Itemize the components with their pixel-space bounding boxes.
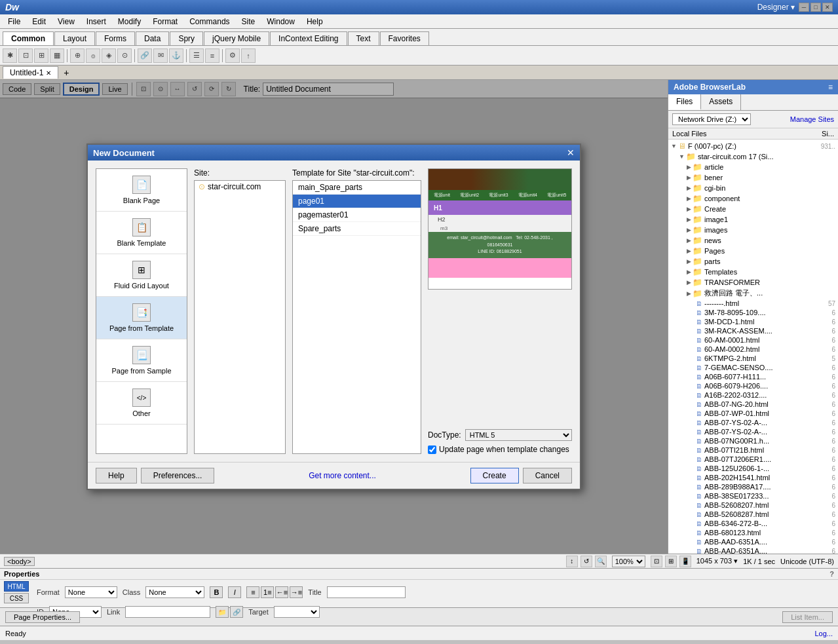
template-main-spare-parts[interactable]: main_Spare_parts (293, 181, 421, 195)
file-abb-aad-2[interactable]: 🗎 ABB-AAD-6351A.... 6 (668, 546, 838, 554)
images-expand-icon[interactable]: ▶ (687, 227, 691, 233)
menu-view[interactable]: View (52, 16, 80, 28)
file-abb-tj206[interactable]: 🗎 ABB-07TJ206ER1.... 6 (668, 455, 838, 464)
manage-sites-link[interactable]: Manage Sites (790, 115, 834, 123)
dialog-close-button[interactable]: ✕ (567, 147, 575, 158)
folder-kyusai[interactable]: ▶ 📁 救濟回路 電子、... (668, 288, 838, 299)
category-blank-page[interactable]: 📄 Blank Page (96, 169, 187, 212)
file-abb-aad-1[interactable]: 🗎 ABB-AAD-6351A.... 6 (668, 537, 838, 546)
tab-data[interactable]: Data (136, 31, 169, 45)
folder-news[interactable]: ▶ 📁 news (668, 235, 838, 246)
file-a06b-6077[interactable]: 🗎 A06B-6077-H111... 6 (668, 372, 838, 381)
file-6ktmpg[interactable]: 🗎 6KTMPG-2.html 5 (668, 354, 838, 363)
file-abb-38se[interactable]: 🗎 ABB-38SE017233... 6 (668, 491, 838, 501)
file-a06b-6079[interactable]: 🗎 A06B-6079-H206.... 6 (668, 381, 838, 390)
file-abb-ti21b[interactable]: 🗎 ABB-07TI21B.html 6 (668, 445, 838, 455)
dimensions-label[interactable]: 1045 x 703 ▾ (696, 557, 738, 565)
icon-tool-3[interactable]: ⊞ (34, 48, 48, 63)
site-item-star-circuit[interactable]: ⊙ star-circuit.com (195, 181, 285, 193)
menu-format[interactable]: Format (147, 16, 183, 28)
doctype-select[interactable]: HTML 5 HTML 4.01 Transitional XHTML 1.0 … (465, 429, 572, 441)
parts-expand-icon[interactable]: ▶ (687, 258, 691, 265)
file-abb-202h1541[interactable]: 🗎 ABB-202H1541.html 6 (668, 473, 838, 482)
category-blank-template[interactable]: 📋 Blank Template (96, 212, 187, 254)
file-3m-dcd[interactable]: 🗎 3M-DCD-1.html 6 (668, 317, 838, 326)
zoom-select[interactable]: 100% 75% 150% (612, 556, 645, 567)
file-abb-289b[interactable]: 🗎 ABB-289B988A17.... 6 (668, 482, 838, 491)
file-root-drive[interactable]: ▼ 🖥 F (\007-pc) (Z:) 931.. (668, 141, 838, 151)
icon-tool-6[interactable]: ⌾ (86, 48, 100, 63)
icon-tool-9[interactable]: 🔗 (138, 48, 152, 63)
log-link[interactable]: Log... (814, 630, 833, 637)
folder-bener[interactable]: ▶ 📁 bener (668, 172, 838, 183)
file-abb-52608207[interactable]: 🗎 ABB-52608207.html 6 (668, 501, 838, 510)
file-abb-680123[interactable]: 🗎 ABB-680123.html 6 (668, 528, 838, 537)
ordered-list-button[interactable]: 1≡ (261, 586, 274, 598)
folder-transformer[interactable]: ▶ 📁 TRANSFORMER (668, 277, 838, 288)
tab-favorites[interactable]: Favorites (380, 31, 429, 45)
preferences-button[interactable]: Preferences... (141, 468, 215, 483)
icon-tool-8[interactable]: ⊙ (117, 48, 132, 63)
html-button[interactable]: HTML (4, 581, 29, 592)
status-icon-5[interactable]: ⊞ (665, 556, 677, 567)
cancel-button[interactable]: Cancel (523, 468, 572, 483)
category-page-from-template[interactable]: 📑 Page from Template (96, 297, 187, 339)
file-abb-125u2606[interactable]: 🗎 ABB-125U2606-1-... 6 (668, 464, 838, 473)
bold-button[interactable]: B (210, 586, 223, 598)
folder-component[interactable]: ▶ 📁 component (668, 193, 838, 204)
site-folder[interactable]: ▼ 📁 star-circuit.com 17 (Si... (668, 151, 838, 162)
status-icon-4[interactable]: ⊡ (651, 556, 662, 567)
icon-share[interactable]: ↑ (241, 48, 256, 63)
tab-files[interactable]: Files (668, 94, 701, 110)
bener-expand-icon[interactable]: ▶ (687, 174, 691, 181)
indent-out-button[interactable]: ←≡ (275, 586, 288, 598)
doc-tab-close[interactable]: ✕ (46, 69, 51, 77)
folder-cgi-bin[interactable]: ▶ 📁 cgi-bin (668, 183, 838, 193)
icon-tool-1[interactable]: ✱ (3, 48, 17, 63)
italic-button[interactable]: I (228, 586, 241, 598)
network-drive-select[interactable]: Network Drive (Z:) (672, 113, 751, 125)
file-7gemac[interactable]: 🗎 7-GEMAC-SENSO.... 6 (668, 363, 838, 372)
create-expand-icon[interactable]: ▶ (687, 206, 691, 212)
icon-tool-12[interactable]: ☰ (189, 48, 204, 63)
folder-templates[interactable]: ▶ 📁 Templates (668, 267, 838, 277)
minimize-button[interactable]: ─ (799, 3, 809, 12)
tab-text[interactable]: Text (348, 31, 379, 45)
menu-commands[interactable]: Commands (184, 16, 235, 28)
menu-window[interactable]: Window (261, 16, 300, 28)
maximize-button[interactable]: □ (810, 3, 821, 12)
menu-help[interactable]: Help (301, 16, 328, 28)
tab-incontext-editing[interactable]: InContext Editing (270, 31, 347, 45)
indent-in-button[interactable]: →≡ (290, 586, 303, 598)
unordered-list-button[interactable]: ≡ (246, 586, 259, 598)
folder-parts[interactable]: ▶ 📁 parts (668, 256, 838, 267)
folder-image1[interactable]: ▶ 📁 image1 (668, 214, 838, 225)
file-60am-0001[interactable]: 🗎 60-AM-0001.html 6 (668, 335, 838, 345)
file-abb-wp01[interactable]: 🗎 ABB-07-WP-01.html 6 (668, 409, 838, 418)
folder-pages[interactable]: ▶ 📁 Pages (668, 246, 838, 256)
tab-spry[interactable]: Spry (170, 31, 203, 45)
tab-forms[interactable]: Forms (96, 31, 135, 45)
new-tab-button[interactable]: + (60, 67, 73, 78)
icon-tool-13[interactable]: ≡ (205, 48, 219, 63)
menu-insert[interactable]: Insert (81, 16, 111, 28)
icon-tool-5[interactable]: ⊕ (70, 48, 85, 63)
update-page-checkbox[interactable] (428, 445, 436, 454)
status-icon-6[interactable]: 📱 (679, 556, 691, 567)
file-abb-ng00r1[interactable]: 🗎 ABB-07NG00R1.h... 6 (668, 436, 838, 445)
file-abb-6346[interactable]: 🗎 ABB-6346-272-B-... 6 (668, 519, 838, 528)
icon-tool-11[interactable]: ⚓ (169, 48, 183, 63)
icon-tool-2[interactable]: ⊡ (18, 48, 33, 63)
menu-file[interactable]: File (3, 16, 26, 28)
icon-settings[interactable]: ⚙ (225, 48, 240, 63)
category-other[interactable]: </> Other (96, 382, 187, 425)
file-abb-ys02a-1[interactable]: 🗎 ABB-07-YS-02-A-... 6 (668, 418, 838, 427)
file-abb-ys02a-2[interactable]: 🗎 ABB-07-YS-02-A-... 6 (668, 427, 838, 436)
image1-expand-icon[interactable]: ▶ (687, 216, 691, 223)
transformer-expand-icon[interactable]: ▶ (687, 279, 691, 286)
body-tag[interactable]: <body> (4, 557, 35, 566)
tab-layout[interactable]: Layout (54, 31, 95, 45)
category-page-from-sample[interactable]: 📃 Page from Sample (96, 339, 187, 382)
pages-expand-icon[interactable]: ▶ (687, 248, 691, 254)
template-spare-parts[interactable]: Spare_parts (293, 222, 421, 236)
